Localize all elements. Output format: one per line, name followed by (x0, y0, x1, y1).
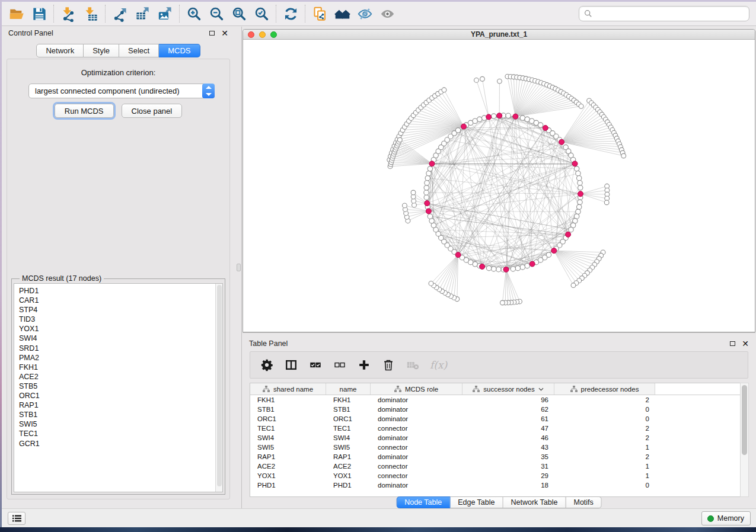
network-node (520, 116, 525, 120)
network-canvas[interactable] (243, 40, 755, 332)
import-table-icon (83, 6, 99, 22)
list-item[interactable]: PHD1 (19, 286, 222, 296)
list-item[interactable]: CAR1 (19, 296, 222, 305)
show-columns-button[interactable] (284, 358, 298, 372)
table-row[interactable]: SWI4SWI4dominator462 (250, 433, 740, 443)
column-header-successor-nodes[interactable]: successor nodes (462, 383, 554, 395)
list-item[interactable]: SWI4 (19, 334, 222, 343)
list-item[interactable]: SWI5 (19, 419, 222, 429)
table-scrollbar[interactable] (740, 383, 749, 497)
tab-network[interactable]: Network (36, 44, 84, 57)
vertical-splitter[interactable] (235, 27, 243, 508)
table-settings-button[interactable] (260, 358, 274, 372)
network-node (425, 181, 429, 185)
network-node (492, 114, 496, 118)
task-history-button[interactable] (8, 512, 25, 525)
network-node (621, 153, 626, 158)
close-panel-icon[interactable]: ✕ (221, 30, 228, 36)
run-mcds-button[interactable]: Run MCDS (55, 104, 114, 118)
close-window-icon[interactable] (248, 31, 254, 38)
column-header-MCDS-role[interactable]: MCDS role (371, 383, 462, 395)
column-header-predecessor-nodes[interactable]: predecessor nodes (554, 383, 655, 395)
import-table-button[interactable] (79, 2, 102, 25)
list-item[interactable]: ORC1 (19, 391, 222, 400)
mcds-dominator-node (551, 248, 557, 254)
search-box[interactable] (579, 6, 749, 21)
list-item[interactable]: STB5 (19, 382, 222, 391)
list-item[interactable]: TID3 (19, 315, 222, 324)
table-row[interactable]: PHD1PHD1dominator180 (250, 480, 740, 490)
table-row[interactable]: FKH1FKH1dominator962 (250, 395, 740, 405)
export-image-button[interactable] (154, 2, 176, 25)
cell-successor-nodes: 96 (462, 395, 554, 405)
hide-selected-button[interactable] (353, 2, 376, 25)
export-network-button[interactable] (109, 2, 131, 25)
criterion-select[interactable]: largest connected component (undirected) (28, 84, 215, 98)
tab-select[interactable]: Select (119, 44, 159, 57)
network-node (571, 283, 576, 288)
close-table-panel-icon[interactable]: ✕ (742, 341, 749, 347)
open-file-button[interactable] (5, 2, 28, 25)
column-label: shared name (273, 386, 313, 393)
table-row[interactable]: TEC1TEC1connector472 (250, 424, 740, 433)
maximize-window-icon[interactable] (270, 31, 277, 38)
list-item[interactable]: FKH1 (19, 363, 222, 372)
mcds-dominator-node (529, 261, 535, 267)
float-table-panel-icon[interactable] (730, 341, 735, 346)
list-item[interactable]: RAP1 (19, 400, 222, 410)
tab-network-table[interactable]: Network Table (503, 496, 566, 508)
refresh-view-button[interactable] (279, 2, 302, 25)
mcds-dominator-node (559, 139, 564, 145)
list-item[interactable]: SRD1 (19, 344, 222, 353)
first-neighbors-button[interactable] (331, 2, 353, 25)
minimize-window-icon[interactable] (259, 31, 266, 38)
tab-edge-table[interactable]: Edge Table (450, 496, 503, 508)
show-all-button[interactable] (376, 2, 398, 25)
list-item[interactable]: PMA2 (19, 353, 222, 363)
import-network-icon (60, 6, 76, 22)
zoom-fit-button[interactable] (228, 2, 250, 25)
list-item[interactable]: STB1 (19, 410, 222, 419)
tab-mcds[interactable]: MCDS (159, 44, 200, 57)
table-row[interactable]: SWI5SWI5connector431 (250, 443, 740, 452)
export-table-button[interactable] (131, 2, 154, 25)
import-network-button[interactable] (57, 2, 79, 25)
tab-style[interactable]: Style (84, 44, 119, 57)
column-header-shared-name[interactable]: shared name (250, 383, 326, 395)
cell-shared-name: YOX1 (250, 471, 326, 480)
column-type-icon (394, 386, 401, 392)
deselect-all-button[interactable] (333, 358, 347, 372)
splitter-handle-icon[interactable] (237, 264, 241, 271)
cell-shared-name: SWI4 (250, 433, 326, 443)
zoom-out-button[interactable] (205, 2, 228, 25)
list-item[interactable]: STP4 (19, 305, 222, 315)
zoom-in-icon (186, 6, 202, 22)
table-row[interactable]: STB1STB1dominator620 (250, 405, 740, 414)
list-item[interactable]: TEC1 (19, 429, 222, 438)
select-all-button[interactable] (308, 358, 323, 372)
list-item[interactable]: GCR1 (19, 439, 222, 448)
float-panel-icon[interactable] (209, 31, 215, 36)
zoom-selected-button[interactable] (250, 2, 273, 25)
close-panel-button[interactable]: Close panel (122, 104, 183, 118)
mcds-list-scrollbar[interactable] (215, 284, 222, 492)
memory-button[interactable]: Memory (701, 511, 751, 525)
table-row[interactable]: YOX1YOX1connector291 (250, 471, 740, 480)
table-row[interactable]: RAP1RAP1dominator352 (250, 452, 740, 462)
control-panel-title: Control Panel (8, 29, 53, 37)
list-item[interactable]: ACE2 (19, 372, 222, 382)
table-scrollbar-thumb[interactable] (742, 385, 747, 455)
list-item[interactable]: YOX1 (19, 324, 222, 334)
tab-motifs[interactable]: Motifs (566, 496, 601, 508)
duplicate-network-button[interactable] (308, 2, 331, 25)
add-column-button[interactable] (357, 358, 371, 372)
zoom-in-button[interactable] (183, 2, 205, 25)
column-header-name[interactable]: name (326, 383, 371, 395)
tab-node-table[interactable]: Node Table (396, 496, 450, 508)
table-row[interactable]: ORC1ORC1dominator610 (250, 414, 740, 424)
search-input[interactable] (592, 9, 744, 18)
node-table: shared namenameMCDS rolesuccessor nodesp… (250, 383, 741, 497)
delete-column-button[interactable] (381, 358, 395, 372)
table-row[interactable]: ACE2ACE2connector311 (250, 462, 740, 471)
save-session-button[interactable] (28, 2, 50, 25)
